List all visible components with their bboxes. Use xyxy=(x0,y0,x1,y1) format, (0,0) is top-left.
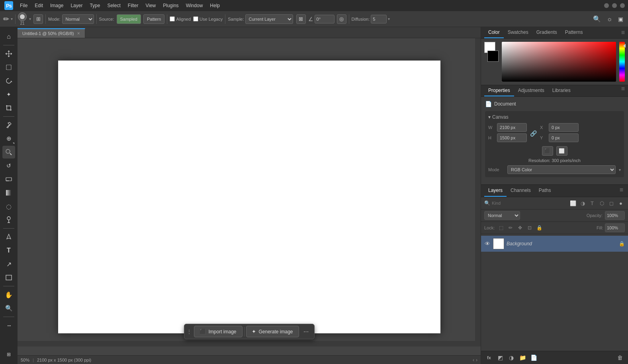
tab-paths[interactable]: Paths xyxy=(535,185,555,197)
delete-layer-button[interactable]: 🗑 xyxy=(615,353,625,362)
tab-patterns[interactable]: Patterns xyxy=(561,27,587,38)
menu-layer[interactable]: Layer xyxy=(67,2,86,10)
tab-color[interactable]: Color xyxy=(484,27,504,38)
import-image-button[interactable]: ⬛ Import image xyxy=(194,326,242,337)
dodge-tool[interactable] xyxy=(2,213,15,226)
workspace-button[interactable]: ▣ xyxy=(616,14,625,24)
tab-properties[interactable]: Properties xyxy=(484,85,514,96)
lock-position-btn[interactable]: ✥ xyxy=(516,224,524,232)
link-aspect-ratio[interactable]: 🔗 xyxy=(530,123,537,144)
tab-gradients[interactable]: Gradients xyxy=(532,27,561,38)
layer-adjustment-button[interactable]: ◑ xyxy=(507,353,516,362)
healing-brush-tool[interactable]: ⊕ xyxy=(2,132,15,145)
menu-select[interactable]: Select xyxy=(104,2,123,10)
brush-preview-group[interactable]: 21 xyxy=(18,12,27,25)
layers-panel-collapse[interactable]: ≡ xyxy=(618,185,625,197)
quick-select-tool[interactable]: ✦ xyxy=(2,88,15,101)
brush-tool-icon[interactable]: ✏ ▾ xyxy=(3,15,13,23)
sample-icon-btn[interactable]: ⊠ xyxy=(296,14,306,24)
clone-stamp-tool[interactable] xyxy=(2,146,15,159)
text-tool[interactable]: T xyxy=(2,244,15,257)
zoom-tool[interactable]: 🔍 xyxy=(2,302,15,315)
tab-adjustments[interactable]: Adjustments xyxy=(514,85,548,96)
aligned-checkbox-group[interactable]: Aligned xyxy=(170,16,191,22)
sampled-button[interactable]: Sampled xyxy=(117,14,141,24)
canvas-y-input[interactable] xyxy=(549,133,579,142)
menu-help[interactable]: Help xyxy=(207,2,223,10)
mode-select[interactable]: Normal xyxy=(62,14,94,24)
more-options-button[interactable]: ··· xyxy=(301,326,312,337)
color-hue-strip[interactable] xyxy=(619,42,625,82)
layer-fx-button[interactable]: fx xyxy=(484,353,494,362)
brightness-button[interactable]: ☼ xyxy=(605,14,614,24)
gradient-tool[interactable] xyxy=(2,186,15,199)
layer-group-button[interactable]: 📁 xyxy=(518,353,527,362)
tab-close-button[interactable]: × xyxy=(77,31,80,36)
history-brush-tool[interactable]: ↺ xyxy=(2,159,15,172)
scroll-right-btn[interactable]: › xyxy=(476,357,477,363)
layers-smartobj-filter[interactable]: ◻ xyxy=(607,199,615,207)
lock-pixels-btn[interactable]: ⬚ xyxy=(497,224,505,232)
tab-swatches[interactable]: Swatches xyxy=(504,27,532,38)
floating-bar-handle[interactable]: ⋮ xyxy=(186,329,192,335)
layers-type-filter[interactable]: T xyxy=(588,199,596,207)
color-panel-collapse[interactable]: ≡ xyxy=(621,29,625,36)
canvas-header[interactable]: ▾ Canvas xyxy=(488,114,621,120)
layer-opacity-input[interactable] xyxy=(605,211,625,220)
anchor-left-btn[interactable]: ⬛ xyxy=(542,146,553,156)
rectangular-marquee-tool[interactable] xyxy=(2,61,15,74)
pattern-button[interactable]: Pattern xyxy=(143,14,164,24)
anchor-right-btn[interactable]: ⬜ xyxy=(556,146,567,156)
bottom-extra-tool[interactable]: ⊞ xyxy=(2,348,15,361)
layers-shape-filter[interactable]: ⬡ xyxy=(598,199,606,207)
lasso-tool[interactable] xyxy=(2,74,15,87)
layer-fill-input[interactable] xyxy=(605,223,625,232)
menu-window[interactable]: Window xyxy=(183,2,206,10)
pen-tool[interactable] xyxy=(2,231,15,243)
target-icon-btn[interactable]: ◎ xyxy=(337,14,346,24)
menu-type[interactable]: Type xyxy=(86,2,103,10)
menu-file[interactable]: File xyxy=(17,2,31,10)
props-panel-collapse[interactable]: ≡ xyxy=(621,85,625,96)
use-legacy-checkbox-group[interactable]: Use Legacy xyxy=(193,16,223,22)
brush-dropdown-icon[interactable]: ▾ xyxy=(29,17,31,21)
color-spectrum-picker[interactable] xyxy=(502,42,616,82)
more-tools-button[interactable]: ··· xyxy=(2,319,15,332)
eraser-tool[interactable] xyxy=(2,173,15,186)
mode-dropdown-icon[interactable]: ▾ xyxy=(619,168,621,172)
aligned-checkbox[interactable] xyxy=(170,16,175,22)
layers-pixel-filter[interactable]: ⬜ xyxy=(569,199,577,207)
background-color-swatch[interactable] xyxy=(487,51,499,62)
document-tab[interactable]: Untitled-1 @ 50% (RGB/8) × xyxy=(18,28,85,38)
layer-background[interactable]: 👁 Background 🔒 xyxy=(481,236,628,252)
shape-tool[interactable] xyxy=(2,271,15,284)
crop-tool[interactable] xyxy=(2,102,15,114)
eyedropper-tool[interactable] xyxy=(2,119,15,131)
tab-channels[interactable]: Channels xyxy=(507,185,535,197)
search-button[interactable]: 🔍 xyxy=(591,14,603,24)
menu-filter[interactable]: Filter xyxy=(125,2,142,10)
menu-plugins[interactable]: Plugins xyxy=(160,2,182,10)
lock-artboard-btn[interactable]: ⊡ xyxy=(526,224,534,232)
path-selection-tool[interactable]: ↗ xyxy=(2,258,15,270)
lock-all-btn[interactable]: 🔒 xyxy=(535,224,543,232)
lock-paint-btn[interactable]: ✏ xyxy=(507,224,515,232)
close-button[interactable] xyxy=(620,3,625,8)
layers-filter-toggle[interactable]: ● xyxy=(617,199,625,207)
layer-mask-button[interactable]: ◩ xyxy=(495,353,505,362)
minimize-button[interactable] xyxy=(604,3,609,8)
layer-visibility-toggle[interactable]: 👁 xyxy=(484,241,491,247)
generate-image-button[interactable]: ✦ Generate image xyxy=(246,326,299,337)
menu-image[interactable]: Image xyxy=(47,2,67,10)
horizontal-scrollbar[interactable] xyxy=(18,341,475,346)
canvas-area[interactable]: ⋮ ⬛ Import image ✦ Generate image ··· xyxy=(18,38,481,355)
vertical-scrollbar[interactable] xyxy=(475,38,481,346)
canvas-width-input[interactable] xyxy=(497,123,527,132)
layer-blend-mode-select[interactable]: Normal xyxy=(484,211,520,220)
canvas-mode-select[interactable]: RGB Color xyxy=(507,165,616,174)
menu-view[interactable]: View xyxy=(142,2,159,10)
tab-layers[interactable]: Layers xyxy=(484,185,507,197)
diffusion-input[interactable] xyxy=(371,15,387,23)
hand-tool[interactable]: ✋ xyxy=(2,288,15,301)
canvas-x-input[interactable] xyxy=(549,123,579,132)
